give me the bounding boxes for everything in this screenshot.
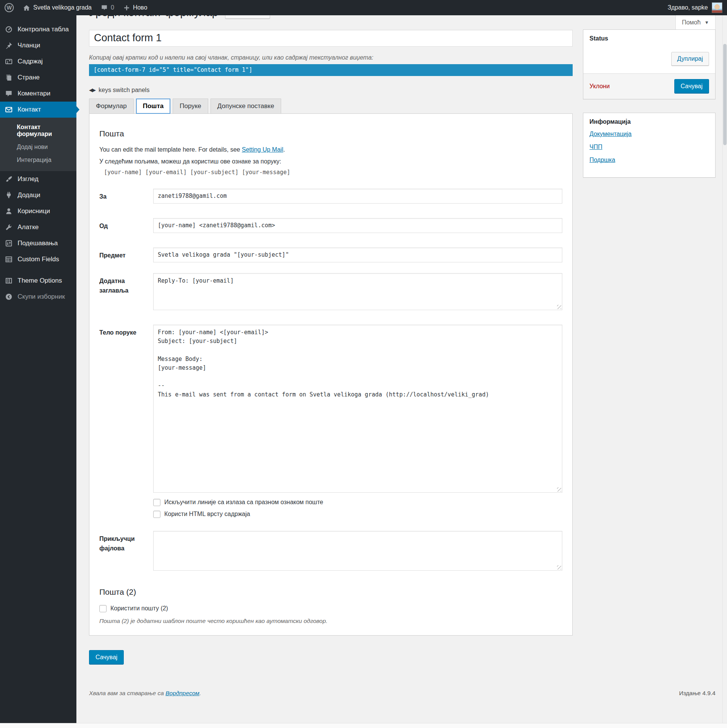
user-icon: [5, 207, 13, 215]
information-box: Информација Документација ЧПП Подршка: [583, 113, 716, 178]
intro-text: You can edit the mail template here. For…: [99, 146, 242, 153]
mail2-heading: Пошта (2): [99, 587, 562, 597]
mail-additional-headers-textarea[interactable]: Reply-To: [your-email]: [153, 273, 562, 310]
dashboard-icon: [5, 25, 13, 34]
submenu-contact-forms[interactable]: Контакт формулари: [0, 121, 76, 141]
duplicate-button[interactable]: Дуплирај: [671, 52, 709, 66]
mail-tags-list: [your-name] [your-email] [your-subject] …: [99, 169, 562, 176]
use-mail2-label: Користити пошту (2): [110, 605, 168, 612]
shortcode-hint: Копирај овај кратки код и налепи на свој…: [89, 54, 573, 61]
sidebar-item-pages[interactable]: Стране: [0, 70, 76, 86]
sidebar-item-label: Theme Options: [18, 277, 62, 285]
sidebar-item-tools[interactable]: Алатке: [0, 219, 76, 235]
comments-shortcut[interactable]: 0: [96, 0, 119, 15]
sidebar-item-label: Стране: [18, 74, 40, 81]
tab-additional-settings[interactable]: Допунске поставке: [210, 99, 281, 114]
intro-period: .: [283, 146, 285, 153]
admin-footer: Хвала вам за стварање са Вордпресом. Изд…: [89, 690, 716, 708]
collapse-arrow-icon: [5, 293, 13, 301]
contact-submenu: Контакт формулари Додај нови Интеграција: [0, 118, 76, 171]
vertical-scrollbar[interactable]: [722, 15, 727, 723]
use-html-label: Користи HTML врсту садржаја: [164, 511, 250, 518]
new-label: Ново: [133, 4, 147, 11]
sidebar-item-posts[interactable]: Чланци: [0, 37, 76, 53]
shortcode-field[interactable]: [contact-form-7 id="5" title="Contact fo…: [89, 64, 573, 76]
submenu-add-new[interactable]: Додај нови: [0, 141, 76, 154]
sidebar-item-appearance[interactable]: Изглед: [0, 171, 76, 187]
plus-icon: [123, 5, 130, 11]
mail-subject-input[interactable]: [153, 248, 562, 262]
theme-options-icon: [5, 277, 13, 285]
sidebar-item-label: Скупи изборник: [18, 293, 65, 301]
user-greeting[interactable]: Здраво, sapke: [667, 4, 708, 11]
wrench-icon: [5, 223, 13, 231]
docs-link[interactable]: Документација: [589, 131, 709, 138]
sidebar-item-label: Чланци: [18, 42, 40, 49]
mail-attachments-textarea[interactable]: [153, 531, 562, 571]
mail-additional-headers-label: Додатна заглавља: [99, 273, 153, 310]
exclude-blank-lines-label: Искључити линије са излаза са празном оз…: [164, 499, 323, 506]
tab-mail[interactable]: Пошта: [136, 99, 171, 114]
mail-subject-label: Предмет: [99, 248, 153, 262]
sidebar-item-users[interactable]: Корисници: [0, 203, 76, 219]
form-title-input[interactable]: [89, 30, 573, 47]
avatar[interactable]: [712, 2, 722, 13]
mail-body-label: Тело поруке: [99, 325, 153, 493]
delete-link[interactable]: Уклони: [589, 83, 610, 90]
site-link[interactable]: Svetla velikoga grada: [18, 0, 96, 15]
support-link[interactable]: Подршка: [589, 157, 709, 163]
sidebar-item-label: Изглед: [18, 175, 39, 183]
status-box: Status Дуплирај Уклони Сачувај: [583, 29, 716, 99]
mail-heading: Пошта: [99, 129, 562, 138]
horizontal-scrollbar[interactable]: [0, 723, 727, 728]
sidebar-item-theme-options[interactable]: Theme Options: [0, 273, 76, 289]
scrollbar-thumb[interactable]: [723, 44, 727, 145]
sidebar-item-label: Контакт: [18, 106, 41, 113]
version-label: Издање 4.9.4: [679, 690, 716, 697]
new-content-menu[interactable]: Ново: [119, 0, 152, 15]
wordpress-link[interactable]: Вордпресом: [165, 690, 199, 696]
faq-link[interactable]: ЧПП: [589, 144, 709, 150]
footer-thanks: Хвала вам за стварање са Вордпресом.: [89, 690, 201, 697]
keys-hint-label: keys switch panels: [99, 87, 149, 94]
sidebar-item-custom-fields[interactable]: Custom Fields: [0, 251, 76, 267]
tab-messages[interactable]: Поруке: [173, 99, 208, 114]
menu-separator: [0, 267, 76, 273]
sidebar-item-label: Контролна табла: [18, 26, 69, 33]
site-name: Svetla velikoga grada: [33, 4, 92, 11]
exclude-blank-lines-checkbox[interactable]: [153, 499, 160, 506]
table-grid-icon: [5, 255, 13, 264]
sidebar-item-plugins[interactable]: Додаци: [0, 187, 76, 203]
home-icon: [23, 4, 30, 11]
mail-to-input[interactable]: [153, 189, 562, 204]
admin-bar: W Svetla velikoga grada 0 Ново Здраво, s…: [0, 0, 727, 15]
mail-intro-en: You can edit the mail template here. For…: [99, 145, 562, 154]
sidebar-item-label: Корисници: [18, 207, 50, 215]
sidebar-item-collapse-menu[interactable]: Скупи изборник: [0, 289, 76, 305]
mail-attachments-label: Прикључци фајлова: [99, 531, 153, 571]
submenu-integration[interactable]: Интеграција: [0, 154, 76, 167]
sidebar-item-settings[interactable]: Подешавања: [0, 235, 76, 251]
mail-from-input[interactable]: [153, 218, 562, 233]
mail-body-textarea[interactable]: From: [your-name] <[your-email]> Subject…: [153, 325, 562, 493]
use-mail2-checkbox[interactable]: [99, 605, 107, 612]
sidebar-item-media[interactable]: Садржај: [0, 53, 76, 70]
sidebar-item-label: Садржај: [18, 58, 43, 65]
sidebar-item-dashboard[interactable]: Контролна табла: [0, 21, 76, 37]
sidebar-item-label: Custom Fields: [18, 256, 59, 263]
setting-up-mail-link[interactable]: Setting Up Mail: [242, 146, 283, 153]
mail2-note: Пошта (2) је додатни шаблон поште често …: [99, 618, 562, 624]
mail-panel: Пошта You can edit the mail template her…: [89, 113, 573, 636]
save-button-sidebar[interactable]: Сачувај: [674, 79, 709, 94]
sidebar-item-comments[interactable]: Коментари: [0, 86, 76, 102]
envelope-icon: [5, 105, 13, 114]
mail-from-label: Од: [99, 218, 153, 233]
use-html-checkbox[interactable]: [153, 511, 160, 518]
wordpress-menu[interactable]: W: [0, 0, 18, 15]
sidebar-item-contact[interactable]: Контакт: [0, 102, 76, 118]
sidebar-item-label: Алатке: [18, 223, 39, 231]
sidebar-item-label: Коментари: [18, 90, 50, 97]
left-right-arrows-icon: ◀▶: [89, 87, 95, 93]
save-button-bottom[interactable]: Сачувај: [89, 650, 124, 665]
tab-form[interactable]: Формулар: [89, 99, 134, 114]
